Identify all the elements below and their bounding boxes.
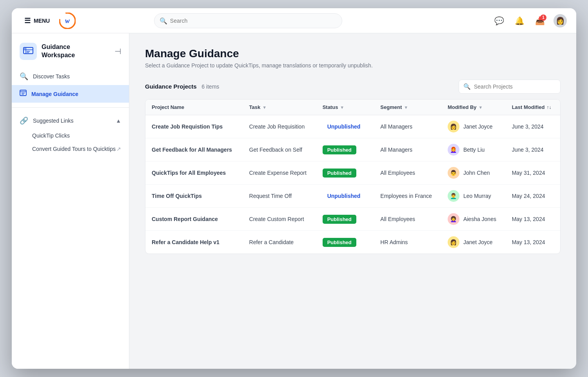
sidebar-suggested-links[interactable]: 🔗 Suggested Links ▲	[12, 112, 129, 129]
user-avatar: 👩‍🦱	[448, 213, 459, 225]
status-cell: Published	[316, 231, 374, 254]
last-modified-cell: June 3, 2024	[506, 138, 560, 161]
sidebar-logo-area: Guidance Workspace	[20, 43, 75, 60]
inbox-button[interactable]: 📥 1	[533, 14, 547, 28]
external-link-icon: ↗	[116, 146, 121, 152]
menu-label: MENU	[34, 18, 50, 24]
task-cell: Create Custom Report	[243, 208, 316, 231]
segment-cell: All Managers	[374, 115, 441, 138]
inbox-badge: 1	[540, 14, 546, 21]
bell-icon: 🔔	[515, 16, 524, 25]
status-badge: Published	[323, 238, 356, 247]
page-title: Manage Guidance	[145, 47, 561, 60]
task-cell: Refer a Candidate	[243, 231, 316, 254]
nav-right: 💬 🔔 📥 1 👩	[492, 14, 567, 28]
segment-cell: All Employees	[374, 161, 441, 185]
col-status[interactable]: Status ▼	[316, 100, 374, 115]
status-badge: Unpublished	[323, 191, 365, 201]
sidebar-collapse-button[interactable]: ⊣	[114, 47, 121, 56]
table-body: Create Job Requistion Tips Create Job Re…	[145, 115, 560, 254]
project-name-cell[interactable]: Get Feedback for All Managers	[145, 138, 243, 161]
sidebar-item-manage[interactable]: Manage Guidance	[12, 85, 129, 103]
search-projects-input[interactable]	[459, 80, 561, 94]
status-badge: Unpublished	[323, 122, 365, 131]
user-avatar: 👨	[448, 167, 459, 179]
logo-svg: w	[59, 13, 76, 29]
suggested-links-label: Suggested Links	[33, 118, 74, 124]
col-last-modified[interactable]: Last Modified ↑↓	[506, 100, 560, 115]
user-avatar[interactable]: 👩	[554, 14, 567, 27]
chevron-up-icon: ▲	[116, 118, 121, 124]
col-modified-by[interactable]: Modified By ▼	[441, 100, 506, 115]
status-cell: Published	[316, 138, 374, 161]
data-table: Project Name Task ▼ Status	[145, 99, 561, 254]
chat-button[interactable]: 💬	[492, 14, 506, 28]
table-header-row: Guidance Projects 6 items 🔍	[145, 80, 561, 94]
manage-svg-icon	[20, 89, 27, 96]
modified-by-name: Betty Liu	[463, 147, 485, 153]
bell-button[interactable]: 🔔	[513, 14, 527, 28]
modified-by-cell: 👩 Janet Joyce	[441, 231, 506, 254]
project-name-cell[interactable]: Custom Report Guidance	[145, 208, 243, 231]
table-title: Guidance Projects	[145, 83, 197, 90]
sidebar-item-manage-label: Manage Guidance	[31, 91, 78, 97]
workspace-icon	[20, 43, 37, 60]
sidebar-sub-quicktip-clicks[interactable]: QuickTip Clicks	[12, 129, 129, 142]
modified-by-name: Janet Joyce	[463, 239, 493, 245]
col-project-name[interactable]: Project Name	[145, 100, 243, 115]
modified-by-cell: 👨 John Chen	[441, 161, 506, 185]
last-modified-cell: May 31, 2024	[506, 161, 560, 185]
last-modified-cell: May 24, 2024	[506, 185, 560, 208]
status-badge: Published	[323, 145, 356, 154]
project-name-cell[interactable]: Create Job Requistion Tips	[145, 115, 243, 138]
sidebar-item-discover-label: Discover Tasks	[33, 73, 70, 80]
modified-by-name: Aiesha Jones	[463, 216, 496, 222]
sidebar-divider	[12, 107, 129, 108]
main-content: Manage Guidance Select a Guidance Projec…	[129, 33, 576, 369]
segment-cell: Employees in France	[374, 185, 441, 208]
table-row[interactable]: Time Off QuickTips Request Time Off Unpu…	[145, 185, 560, 208]
modified-by-name: John Chen	[463, 170, 490, 176]
col-task[interactable]: Task ▼	[243, 100, 316, 115]
sidebar-header: Guidance Workspace ⊣	[12, 40, 129, 68]
app-window: ☰ MENU w 🔍 💬 🔔 📥 1 👩	[12, 8, 576, 369]
project-name-cell[interactable]: QuickTips for All Employees	[145, 161, 243, 185]
svg-point-5	[24, 48, 25, 49]
menu-button[interactable]: ☰ MENU	[21, 15, 53, 27]
last-modified-cell: June 3, 2024	[506, 115, 560, 138]
table-row[interactable]: Refer a Candidate Help v1 Refer a Candid…	[145, 231, 560, 254]
manage-icon	[20, 89, 27, 98]
convert-tours-label: Convert Guided Tours to Quicktips	[32, 146, 116, 152]
hamburger-icon: ☰	[24, 16, 31, 25]
segment-cell: All Managers	[374, 138, 441, 161]
link-icon: 🔗	[20, 116, 28, 125]
workday-logo: w	[59, 13, 76, 29]
quicktip-clicks-label: QuickTip Clicks	[32, 132, 70, 139]
task-cell: Request Time Off	[243, 185, 316, 208]
task-cell: Get Feedback on Self	[243, 138, 316, 161]
table-row[interactable]: QuickTips for All Employees Create Expen…	[145, 161, 560, 185]
sidebar-item-discover[interactable]: 🔍 Discover Tasks	[12, 68, 129, 85]
table-row[interactable]: Create Job Requistion Tips Create Job Re…	[145, 115, 560, 138]
status-cell: Published	[316, 208, 374, 231]
status-cell: Unpublished	[316, 115, 374, 138]
modified-by-name: Janet Joyce	[463, 123, 493, 130]
user-avatar: 👩	[448, 236, 459, 248]
table-row[interactable]: Custom Report Guidance Create Custom Rep…	[145, 208, 560, 231]
search-input[interactable]	[154, 13, 342, 28]
main-area: Guidance Workspace ⊣ 🔍 Discover Tasks	[12, 33, 576, 369]
search-icon: 🔍	[160, 17, 167, 24]
table-row[interactable]: Get Feedback for All Managers Get Feedba…	[145, 138, 560, 161]
svg-text:w: w	[65, 17, 70, 25]
page-subtitle: Select a Guidance Project to update Quic…	[145, 62, 561, 69]
project-name-cell[interactable]: Refer a Candidate Help v1	[145, 231, 243, 254]
suggested-links-left: 🔗 Suggested Links	[20, 116, 74, 125]
modified-by-cell: 👩 Janet Joyce	[441, 115, 506, 138]
task-cell: Create Job Requisition	[243, 115, 316, 138]
project-name-cell[interactable]: Time Off QuickTips	[145, 185, 243, 208]
last-modified-cell: May 13, 2024	[506, 231, 560, 254]
col-segment[interactable]: Segment ▼	[374, 100, 441, 115]
user-avatar: 👨‍🦱	[448, 190, 459, 202]
modified-by-cell: 👩‍🦰 Betty Liu	[441, 138, 506, 161]
sidebar-sub-convert-tours[interactable]: Convert Guided Tours to Quicktips ↗	[12, 142, 129, 156]
